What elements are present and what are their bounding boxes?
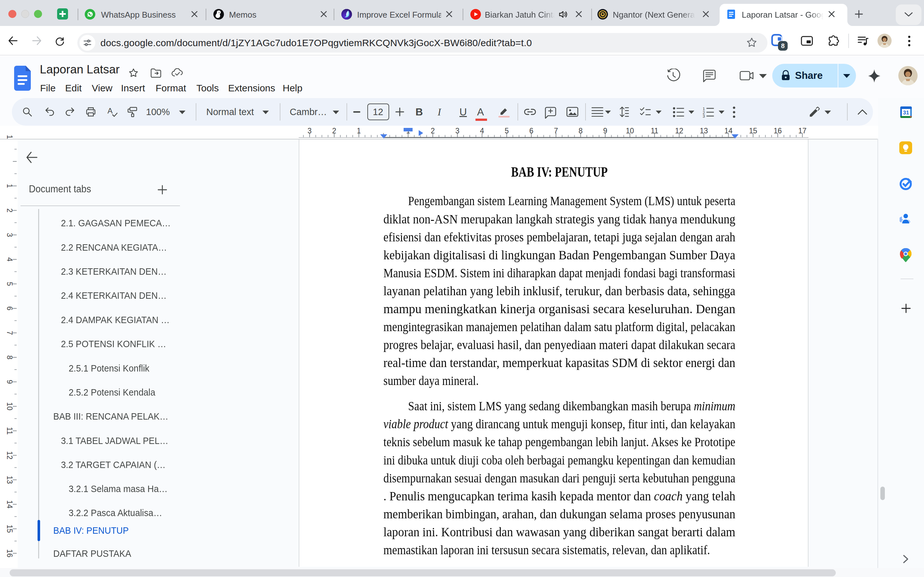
svg-text:1: 1	[357, 127, 361, 135]
svg-text:13: 13	[700, 127, 708, 135]
svg-text:9: 9	[5, 380, 14, 384]
svg-text:6: 6	[529, 127, 533, 135]
svg-text:1: 1	[5, 184, 14, 188]
svg-text:5: 5	[5, 282, 14, 286]
svg-text:10: 10	[626, 127, 634, 135]
svg-text:16: 16	[774, 127, 782, 135]
svg-text:16: 16	[5, 549, 14, 558]
svg-text:3: 3	[308, 127, 312, 135]
svg-text:11: 11	[651, 127, 658, 135]
svg-text:5: 5	[505, 127, 509, 135]
svg-text:12: 12	[675, 127, 683, 135]
svg-text:10: 10	[5, 402, 14, 411]
svg-text:1: 1	[5, 135, 14, 139]
svg-text:14: 14	[724, 127, 733, 135]
svg-text:14: 14	[5, 500, 14, 508]
svg-text:11: 11	[5, 427, 14, 435]
svg-text:15: 15	[5, 525, 14, 533]
svg-text:17: 17	[798, 127, 806, 135]
svg-text:4: 4	[5, 258, 14, 261]
svg-text:2: 2	[5, 208, 14, 213]
svg-text:7: 7	[5, 331, 14, 335]
svg-text:4: 4	[480, 127, 484, 135]
svg-text:2: 2	[431, 127, 435, 135]
svg-text:15: 15	[749, 127, 758, 135]
svg-text:31: 31	[903, 110, 909, 116]
svg-text:9: 9	[603, 127, 607, 135]
svg-text:13: 13	[5, 476, 14, 484]
svg-text:8: 8	[5, 355, 14, 359]
svg-text:12: 12	[5, 451, 14, 460]
svg-text:7: 7	[554, 127, 558, 135]
svg-text:3: 3	[455, 127, 459, 135]
svg-text:2: 2	[332, 127, 336, 135]
svg-text:8: 8	[578, 127, 583, 135]
svg-text:3: 3	[5, 233, 14, 237]
svg-text:6: 6	[5, 306, 14, 311]
